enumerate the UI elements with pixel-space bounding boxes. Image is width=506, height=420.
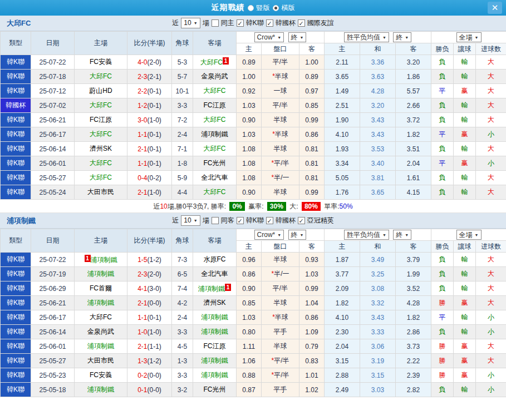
avg-stage-select[interactable]: 終▼ <box>393 32 411 42</box>
fulltime-select[interactable]: 全場▼ <box>456 32 482 42</box>
away-team: 大邱FC <box>193 84 237 98</box>
odds-stage-select[interactable]: 終▼ <box>288 32 307 42</box>
avg-type-select[interactable]: 胜平负均值▼ <box>344 32 389 42</box>
match-type-badge: 韓K聯 <box>1 325 31 339</box>
avg-draw-odds: 3.32 <box>360 296 396 310</box>
goals-outcome: 大 <box>476 267 506 281</box>
match-count-select[interactable]: 10▼ <box>181 215 200 226</box>
result-outcome: 負 <box>431 55 454 70</box>
corners-score: 7-3 <box>172 253 193 267</box>
col-header-date: 日期 <box>31 229 75 253</box>
same-home-checkbox[interactable] <box>212 19 219 27</box>
home-team: 大邱FC <box>75 70 127 84</box>
win-rate-badge: 0% <box>229 202 244 211</box>
match-score: 1-2(0-1) <box>127 98 172 113</box>
away-team: FC江原 <box>193 98 237 113</box>
league-label-friendly[interactable]: 國際友誼 <box>307 18 334 28</box>
avg-draw-odds: 3.43 <box>360 113 396 127</box>
avg-type-select[interactable]: 胜平负均值▼ <box>344 230 389 240</box>
corners-score: 1-8 <box>172 156 193 171</box>
odds-home: 0.88 <box>237 368 262 383</box>
league-checkbox-kleague[interactable]: ✓ <box>237 19 244 27</box>
league-label-kleague[interactable]: 韓K聯 <box>246 216 264 225</box>
handicap-outcome: 赢 <box>454 368 476 383</box>
avg-draw-odds: 4.28 <box>360 84 396 98</box>
team-name: 浦項制鐵 <box>7 216 36 226</box>
odds-away: 1.02 <box>299 383 325 397</box>
table-row: 韓K聯25-07-19浦項制鐵2-3(2-0)6-5全北汽車0.86*半/一1.… <box>1 267 506 281</box>
away-team: 大邱FC <box>193 142 237 156</box>
bookmaker-select[interactable]: Crow*▼ <box>254 230 284 240</box>
odds-home: 0.92 <box>237 84 262 98</box>
league-checkbox-cup[interactable]: ✓ <box>266 19 273 27</box>
table-row: 韓K聯25-05-24大田市民2-1(1-0)4-4大邱FC0.90半球0.99… <box>1 185 506 200</box>
horizontal-layout-radio[interactable] <box>273 5 279 11</box>
league-checkbox-friendly[interactable]: ✓ <box>298 19 305 27</box>
table-row: 韓K聯25-06-29FC首爾4-1(3-0)7-4浦項制鐵10.90平/半0.… <box>1 281 506 296</box>
avg-home-odds: 5.05 <box>325 171 360 185</box>
chevron-down-icon: ▼ <box>382 230 386 240</box>
col-header-date: 日期 <box>31 32 75 55</box>
col-header-score: 比分(半場) <box>127 32 172 55</box>
avg-draw-odds: 3.06 <box>360 339 396 354</box>
avg-stage-select[interactable]: 終▼ <box>393 230 411 240</box>
odds-away: 1.01 <box>299 368 325 383</box>
avg-group-header: 胜平负均值▼ 終▼ <box>325 229 431 241</box>
chevron-down-icon: ▼ <box>300 230 304 240</box>
league-label-kleague[interactable]: 韓K聯 <box>246 18 264 28</box>
handicap-line: 半球 <box>262 113 299 127</box>
match-score: 4-0(2-0) <box>127 55 172 70</box>
result-outcome: 平 <box>431 310 454 325</box>
match-score: 2-3(2-1) <box>127 70 172 84</box>
record-summary: 近10場,勝0平3负7, 勝率: 0% 赢率: 30% 大: 80% 單率:50… <box>0 200 506 213</box>
avg-home-odds: 2.88 <box>325 368 360 383</box>
league-label-acl[interactable]: 亞冠精英 <box>307 216 334 225</box>
avg-draw-odds: 3.43 <box>360 310 396 325</box>
col-header-score: 比分(半場) <box>127 229 172 253</box>
league-label-cup[interactable]: 韓國杯 <box>276 216 296 225</box>
handicap-line: *平/半 <box>262 368 299 383</box>
goals-outcome: 大 <box>476 185 506 200</box>
red-count-badge: 1 <box>225 284 231 291</box>
odds-away: 0.85 <box>299 98 325 113</box>
games-label: 場 <box>203 216 209 225</box>
avg-away-odds: 5.57 <box>396 84 431 98</box>
home-team: 蔚山HD <box>75 84 127 98</box>
same-away-label[interactable]: 同客 <box>221 216 234 225</box>
odds-stage-select[interactable]: 終▼ <box>288 230 307 240</box>
away-team: 浦項制鐵1 <box>193 281 237 296</box>
odds-away: 1.00 <box>299 55 325 70</box>
odds-group-header: Crow*▼ 終▼ <box>237 32 325 43</box>
league-checkbox-cup[interactable]: ✓ <box>266 217 273 224</box>
avg-draw-odds: 3.81 <box>360 171 396 185</box>
horizontal-layout-label[interactable]: 橫版 <box>282 3 295 13</box>
sub-header-result: 勝负 <box>431 241 454 253</box>
odds-home: 1.11 <box>237 339 262 354</box>
page-title: 近期戰績 <box>212 3 245 13</box>
vertical-layout-label[interactable]: 豎版 <box>257 3 270 13</box>
handicap-outcome: 赢 <box>454 296 476 310</box>
league-checkbox-kleague[interactable]: ✓ <box>237 217 244 224</box>
chevron-down-icon: ▼ <box>382 33 386 42</box>
avg-home-odds: 2.30 <box>325 325 360 339</box>
same-home-label[interactable]: 同主 <box>221 18 234 28</box>
avg-home-odds: 1.49 <box>325 84 360 98</box>
avg-away-odds: 2.22 <box>396 354 431 368</box>
handicap-outcome: 輸 <box>454 113 476 127</box>
avg-away-odds: 2.39 <box>396 368 431 383</box>
avg-away-odds: 2.66 <box>396 98 431 113</box>
bookmaker-select[interactable]: Crow*▼ <box>254 32 284 42</box>
match-count-select[interactable]: 10▼ <box>181 18 200 28</box>
close-button[interactable]: ✕ <box>488 2 502 14</box>
away-team: 濟州SK <box>193 296 237 310</box>
handicap-line: *半/一 <box>262 267 299 281</box>
league-label-cup[interactable]: 韓國杯 <box>276 18 296 28</box>
home-team: 浦項制鐵 <box>75 339 127 354</box>
avg-away-odds: 1.86 <box>396 70 431 84</box>
vertical-layout-radio[interactable] <box>248 5 254 11</box>
away-team: 水原FC <box>193 253 237 267</box>
same-away-checkbox[interactable] <box>212 217 219 224</box>
league-checkbox-acl[interactable]: ✓ <box>298 217 305 224</box>
avg-home-odds: 3.15 <box>325 354 360 368</box>
fulltime-select[interactable]: 全場▼ <box>456 230 482 240</box>
